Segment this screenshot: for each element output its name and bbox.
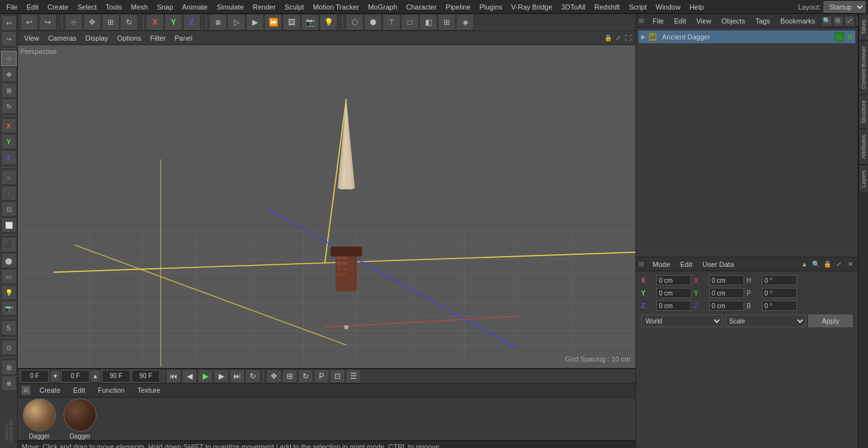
move-tool-btn[interactable]: ✥ [83,14,101,31]
menu-pipeline[interactable]: Pipeline [442,2,474,12]
viewport[interactable]: View Cameras Display Options Filter Pane… [18,31,635,368]
tool-redo[interactable]: ↪ [1,31,17,46]
attr-y-pos2[interactable]: 0 cm [709,288,744,298]
display-mode-btn[interactable]: ◈ [456,14,474,31]
tool-y-axis[interactable]: Y [1,134,17,149]
tool-polygons[interactable]: ⬜ [1,217,17,233]
tool-cube[interactable]: ⬛ [1,237,17,252]
frame-step-down[interactable]: ▼ [50,370,60,383]
pb-to-end[interactable]: ⏭ [229,369,245,383]
picture-viewer-btn[interactable]: 🖼 [283,14,301,31]
tool-sphere[interactable]: ⬤ [1,253,17,268]
menu-simulate[interactable]: Simulate [213,2,248,12]
menu-help[interactable]: Help [686,2,708,12]
render-anim-btn[interactable]: ⏩ [264,14,282,31]
apply-button[interactable]: Apply [808,315,853,327]
tool-select[interactable]: ⊹ [1,51,17,66]
menu-edit[interactable]: Edit [23,2,43,12]
obj-search-icon[interactable]: 🔍 [822,16,832,26]
tool-scale[interactable]: ⊞ [1,83,17,98]
attr-z-pos[interactable]: 0 cm [656,301,691,311]
tool-light[interactable]: 💡 [1,285,17,300]
tool-move[interactable]: ✥ [1,67,17,82]
world-select[interactable]: World [641,315,722,327]
menu-create[interactable]: Create [44,2,72,12]
tool-edges[interactable]: ⊡ [1,201,17,217]
mat-create[interactable]: Create [36,386,64,395]
menu-animate[interactable]: Animate [179,2,212,12]
tool-extra[interactable]: ⊕ [1,376,17,391]
viewport-3d[interactable]: Perspective [18,45,635,368]
obj-settings-icon[interactable]: ⚙ [833,16,843,26]
menu-motion-tracker[interactable]: Motion Tracker [309,2,363,12]
attr-b-val[interactable]: 0 ° [762,301,797,311]
attr-y-pos[interactable]: 0 cm [656,288,691,298]
obj-edit[interactable]: Edit [670,17,690,25]
obj-tags[interactable]: Tags [752,17,774,25]
menu-snap[interactable]: Snap [153,2,177,12]
menu-mesh[interactable]: Mesh [127,2,152,12]
frame-step-up[interactable]: ▲ [90,370,100,383]
menu-plugins[interactable]: Plugins [475,2,506,12]
x-axis-btn[interactable]: X [146,14,164,31]
start-frame-field[interactable] [20,370,49,383]
mat-texture[interactable]: Texture [133,386,164,395]
tool-grid[interactable]: ⊞ [1,360,17,375]
obj-objects[interactable]: Objects [717,17,749,25]
view-grid-btn[interactable]: ⊞ [438,14,456,31]
pb-extra5[interactable]: ⊡ [330,369,345,383]
vp-fullscreen-icon[interactable]: ⛶ [624,34,633,43]
pb-to-start[interactable]: ⏮ [166,369,181,383]
menu-tools[interactable]: Tools [102,2,126,12]
view-side-btn[interactable]: ◧ [419,14,437,31]
pb-extra4[interactable]: P [314,369,329,383]
attr-x-pos2[interactable]: 0 cm [709,275,744,285]
attr-edit[interactable]: Edit [677,260,696,269]
rotate-tool-btn[interactable]: ↻ [120,14,138,31]
undo-btn[interactable]: ↩ [20,14,38,31]
vp-view-menu[interactable]: View [20,34,43,43]
vp-panel-menu[interactable]: Panel [171,34,196,43]
vp-filter-menu[interactable]: Filter [146,34,169,43]
tool-plane[interactable]: ▭ [1,269,17,284]
menu-3dtoall[interactable]: 3DToAll [557,2,589,12]
mat-edit[interactable]: Edit [69,386,89,395]
side-tab-attributes[interactable]: Attributes [858,129,868,165]
attr-h-val[interactable]: 0 ° [762,275,797,285]
view-persp-btn[interactable]: ⬢ [364,14,382,31]
attr-x-pos[interactable]: 0 cm [656,275,691,285]
side-tab-takes[interactable]: Takes [858,14,868,41]
material-item-2[interactable]: Dagger [61,398,99,440]
pb-step-fwd[interactable]: ▶ [214,369,229,383]
vp-options-menu[interactable]: Options [113,34,145,43]
attr-lock-icon[interactable]: 🔒 [822,259,832,269]
menu-render[interactable]: Render [249,2,280,12]
tool-x-axis[interactable]: X [1,118,17,133]
mat-function[interactable]: Function [94,386,128,395]
obj-bookmarks[interactable]: Bookmarks [776,17,819,25]
pb-extra3[interactable]: ↻ [298,369,313,383]
vp-lock-icon[interactable]: 🔒 [604,34,613,43]
view-front-btn[interactable]: □ [401,14,419,31]
side-tab-content-browser[interactable]: Content Browser [858,41,868,95]
menu-character[interactable]: Character [402,2,440,12]
menu-window[interactable]: Window [652,2,684,12]
view-top-btn[interactable]: ⊤ [383,14,400,31]
pb-play[interactable]: ▶ [198,369,213,383]
render-active-btn[interactable]: ▷ [227,14,245,31]
pb-loop[interactable]: ↻ [245,369,261,383]
camera-btn[interactable]: 📷 [301,14,319,31]
current-frame-input[interactable] [61,370,90,383]
attr-p-val[interactable]: 0 ° [762,288,797,298]
menu-mograph[interactable]: MoGraph [364,2,401,12]
vp-cameras-menu[interactable]: Cameras [44,34,81,43]
obj-expand-icon[interactable]: ⤢ [844,16,855,26]
pb-extra2[interactable]: ⊞ [282,369,297,383]
menu-file[interactable]: File [3,2,22,12]
attr-mode[interactable]: Mode [649,260,674,269]
attr-up-arrow[interactable]: ▲ [799,259,810,269]
y-axis-btn[interactable]: Y [165,14,182,31]
view-cube-btn[interactable]: ⬡ [346,14,363,31]
pb-extra6[interactable]: ☰ [346,369,361,383]
menu-select[interactable]: Select [74,2,101,12]
